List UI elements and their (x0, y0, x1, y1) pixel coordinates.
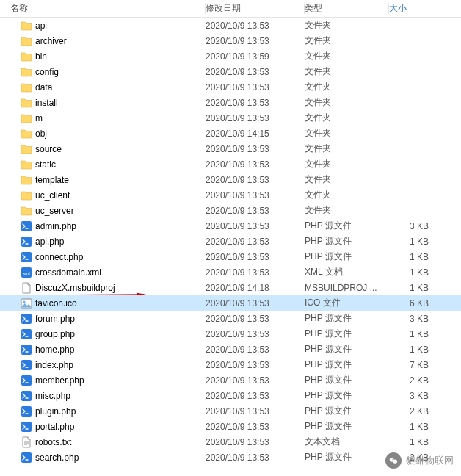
file-type: 文件夹 (305, 189, 389, 201)
file-name: install (35, 98, 58, 108)
folder-icon (21, 82, 32, 93)
file-name: home.php (35, 345, 74, 355)
header-name[interactable]: 名称 (0, 0, 206, 17)
file-type: 文件夹 (305, 50, 389, 62)
file-size: 1 KB (389, 267, 440, 278)
file-row[interactable]: xmlcrossdomain.xml2020/10/9 13:53XML 文档1… (0, 264, 461, 280)
file-row[interactable]: data2020/10/9 13:53文件夹 (0, 79, 461, 95)
file-size: 3 KB (389, 221, 440, 231)
file-date: 2020/10/9 13:53 (206, 252, 305, 262)
file-row[interactable]: install2020/10/9 13:53文件夹 (0, 95, 461, 110)
file-type: PHP 源文件 (305, 250, 389, 263)
file-row[interactable]: m2020/10/9 13:53文件夹 (0, 110, 461, 126)
file-row[interactable]: connect.php2020/10/9 13:53PHP 源文件1 KB (0, 249, 461, 264)
xml-file-icon: xml (21, 267, 32, 278)
file-date: 2020/10/9 13:53 (206, 406, 305, 416)
file-type: PHP 源文件 (305, 358, 389, 371)
svg-rect-8 (21, 329, 32, 339)
svg-rect-2 (21, 252, 32, 262)
file-name: config (35, 67, 59, 77)
file-row[interactable]: archiver2020/10/9 13:53文件夹 (0, 33, 461, 48)
file-date: 2020/10/9 13:53 (206, 206, 305, 216)
file-name: favicon.ico (35, 298, 77, 309)
folder-icon (21, 35, 32, 47)
file-name: group.php (35, 329, 75, 339)
file-date: 2020/10/9 13:53 (206, 360, 305, 370)
file-type: 文本文档 (305, 436, 389, 448)
file-row[interactable]: admin.php2020/10/9 13:53PHP 源文件3 KB (0, 218, 461, 234)
folder-icon (21, 20, 32, 32)
file-row[interactable]: uc_server2020/10/9 13:53文件夹 (0, 203, 461, 218)
file-row[interactable]: favicon.ico2020/10/9 13:53ICO 文件6 KB (0, 295, 461, 311)
file-type: PHP 源文件 (305, 220, 389, 232)
svg-rect-1 (21, 237, 32, 247)
file-date: 2020/10/9 13:53 (206, 437, 305, 447)
header-date[interactable]: 修改日期 (206, 0, 305, 17)
file-row[interactable]: DiscuzX.msbuildproj2020/10/9 14:18MSBUIL… (0, 280, 461, 295)
file-date: 2020/10/9 13:53 (206, 98, 305, 108)
file-name: api (35, 21, 47, 31)
header-type[interactable]: 类型 (305, 0, 389, 17)
file-date: 2020/10/9 13:53 (206, 113, 305, 123)
file-row[interactable]: template2020/10/9 13:53文件夹 (0, 172, 461, 187)
svg-point-21 (396, 461, 396, 461)
file-name: connect.php (35, 252, 83, 262)
file-type: PHP 源文件 (305, 389, 389, 402)
folder-icon (21, 66, 32, 78)
folder-icon (21, 159, 32, 170)
svg-rect-14 (21, 422, 32, 432)
file-size: 1 KB (389, 283, 440, 293)
file-row[interactable]: bin2020/10/9 13:59文件夹 (0, 48, 461, 64)
php-file-icon (21, 452, 32, 464)
file-row[interactable]: config2020/10/9 13:53文件夹 (0, 64, 461, 79)
header-size[interactable]: 大小 (389, 0, 440, 17)
file-size: 3 KB (389, 314, 440, 324)
svg-rect-0 (21, 221, 32, 231)
php-file-icon (21, 251, 32, 263)
file-type: PHP 源文件 (305, 328, 389, 340)
file-date: 2020/10/9 13:53 (206, 221, 305, 231)
file-row[interactable]: misc.php2020/10/9 13:53PHP 源文件3 KB (0, 388, 461, 403)
file-date: 2020/10/9 13:53 (206, 175, 305, 185)
file-date: 2020/10/9 13:53 (206, 345, 305, 355)
text-file-icon (21, 436, 32, 448)
file-row[interactable]: forum.php2020/10/9 13:53PHP 源文件3 KB (0, 311, 461, 326)
file-name: member.php (35, 375, 84, 386)
folder-icon (21, 51, 32, 62)
svg-rect-13 (21, 406, 32, 416)
file-row[interactable]: plugin.php2020/10/9 13:53PHP 源文件2 KB (0, 403, 461, 419)
file-row[interactable]: source2020/10/9 13:53文件夹 (0, 141, 461, 156)
file-name: DiscuzX.msbuildproj (35, 283, 115, 293)
file-date: 2020/10/9 14:15 (206, 129, 305, 139)
columns-header: 名称 修改日期 类型 大小 (0, 0, 461, 18)
file-row[interactable]: member.php2020/10/9 13:53PHP 源文件2 KB (0, 372, 461, 388)
file-size: 1 KB (389, 329, 440, 339)
file-row[interactable]: api2020/10/9 13:53文件夹 (0, 18, 461, 33)
file-row[interactable]: robots.txt2020/10/9 13:53文本文档1 KB (0, 434, 461, 450)
file-name: static (35, 159, 56, 170)
php-file-icon (21, 390, 32, 402)
file-row[interactable]: home.php2020/10/9 13:53PHP 源文件1 KB (0, 342, 461, 357)
file-row[interactable]: index.php2020/10/9 13:53PHP 源文件7 KB (0, 357, 461, 372)
file-row[interactable]: api.php2020/10/9 13:53PHP 源文件1 KB (0, 234, 461, 249)
file-row[interactable]: static2020/10/9 13:53文件夹 (0, 156, 461, 172)
file-date: 2020/10/9 13:53 (206, 314, 305, 324)
watermark-text: 貔貅物联网 (406, 454, 454, 467)
file-date: 2020/10/9 13:53 (206, 329, 305, 339)
svg-point-20 (394, 461, 395, 461)
file-name: index.php (35, 360, 73, 370)
file-row[interactable]: group.php2020/10/9 13:53PHP 源文件1 KB (0, 326, 461, 342)
file-row[interactable]: portal.php2020/10/9 13:53PHP 源文件1 KB (0, 419, 461, 434)
file-date: 2020/10/9 13:53 (206, 267, 305, 278)
file-size: 1 KB (389, 345, 440, 355)
svg-point-18 (391, 459, 391, 460)
file-name: uc_client (35, 190, 70, 201)
file-name: data (35, 82, 52, 93)
php-file-icon (21, 421, 32, 433)
folder-icon (21, 174, 32, 186)
wechat-icon (385, 452, 402, 469)
file-type: XML 文档 (305, 266, 389, 278)
file-type: PHP 源文件 (305, 312, 389, 325)
file-row[interactable]: uc_client2020/10/9 13:53文件夹 (0, 187, 461, 203)
file-row[interactable]: obj2020/10/9 14:15文件夹 (0, 126, 461, 141)
